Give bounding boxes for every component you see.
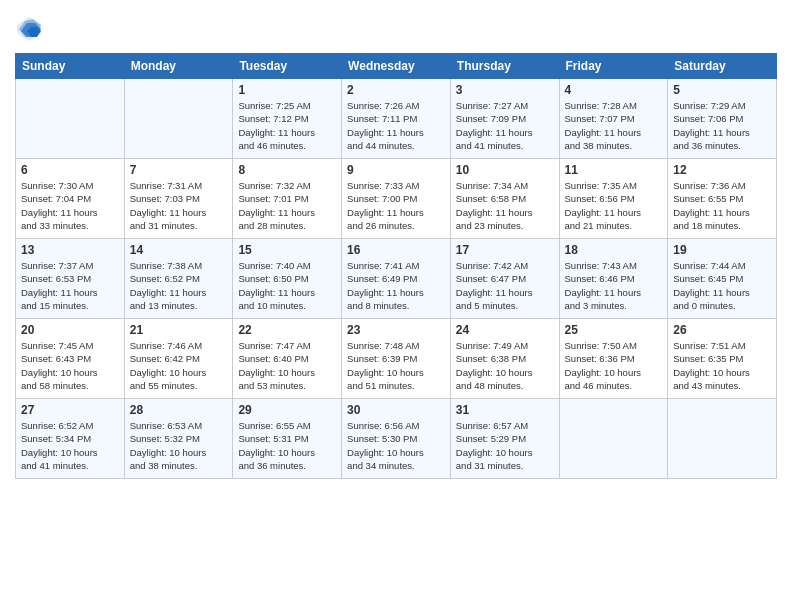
calendar-cell: 7Sunrise: 7:31 AM Sunset: 7:03 PM Daylig…	[124, 159, 233, 239]
day-info: Sunrise: 6:55 AM Sunset: 5:31 PM Dayligh…	[238, 419, 336, 472]
weekday-header-saturday: Saturday	[668, 54, 777, 79]
day-number: 23	[347, 323, 445, 337]
day-number: 14	[130, 243, 228, 257]
day-number: 18	[565, 243, 663, 257]
calendar-cell: 6Sunrise: 7:30 AM Sunset: 7:04 PM Daylig…	[16, 159, 125, 239]
calendar-cell: 5Sunrise: 7:29 AM Sunset: 7:06 PM Daylig…	[668, 79, 777, 159]
day-info: Sunrise: 7:46 AM Sunset: 6:42 PM Dayligh…	[130, 339, 228, 392]
calendar-cell	[668, 399, 777, 479]
day-info: Sunrise: 7:44 AM Sunset: 6:45 PM Dayligh…	[673, 259, 771, 312]
day-info: Sunrise: 7:47 AM Sunset: 6:40 PM Dayligh…	[238, 339, 336, 392]
weekday-header-sunday: Sunday	[16, 54, 125, 79]
day-number: 28	[130, 403, 228, 417]
calendar-cell	[16, 79, 125, 159]
calendar-week-4: 20Sunrise: 7:45 AM Sunset: 6:43 PM Dayli…	[16, 319, 777, 399]
day-number: 22	[238, 323, 336, 337]
day-info: Sunrise: 7:25 AM Sunset: 7:12 PM Dayligh…	[238, 99, 336, 152]
calendar-cell: 4Sunrise: 7:28 AM Sunset: 7:07 PM Daylig…	[559, 79, 668, 159]
day-number: 30	[347, 403, 445, 417]
calendar-week-1: 1Sunrise: 7:25 AM Sunset: 7:12 PM Daylig…	[16, 79, 777, 159]
day-number: 7	[130, 163, 228, 177]
calendar-cell: 16Sunrise: 7:41 AM Sunset: 6:49 PM Dayli…	[342, 239, 451, 319]
calendar-week-2: 6Sunrise: 7:30 AM Sunset: 7:04 PM Daylig…	[16, 159, 777, 239]
calendar-cell: 3Sunrise: 7:27 AM Sunset: 7:09 PM Daylig…	[450, 79, 559, 159]
day-info: Sunrise: 7:26 AM Sunset: 7:11 PM Dayligh…	[347, 99, 445, 152]
calendar-cell: 28Sunrise: 6:53 AM Sunset: 5:32 PM Dayli…	[124, 399, 233, 479]
day-info: Sunrise: 7:34 AM Sunset: 6:58 PM Dayligh…	[456, 179, 554, 232]
day-number: 12	[673, 163, 771, 177]
day-info: Sunrise: 7:29 AM Sunset: 7:06 PM Dayligh…	[673, 99, 771, 152]
day-info: Sunrise: 7:27 AM Sunset: 7:09 PM Dayligh…	[456, 99, 554, 152]
day-number: 26	[673, 323, 771, 337]
day-info: Sunrise: 7:37 AM Sunset: 6:53 PM Dayligh…	[21, 259, 119, 312]
calendar-cell	[559, 399, 668, 479]
day-info: Sunrise: 7:40 AM Sunset: 6:50 PM Dayligh…	[238, 259, 336, 312]
day-info: Sunrise: 6:53 AM Sunset: 5:32 PM Dayligh…	[130, 419, 228, 472]
day-number: 10	[456, 163, 554, 177]
logo-icon	[15, 15, 43, 43]
day-info: Sunrise: 7:43 AM Sunset: 6:46 PM Dayligh…	[565, 259, 663, 312]
weekday-header-friday: Friday	[559, 54, 668, 79]
day-number: 11	[565, 163, 663, 177]
day-number: 8	[238, 163, 336, 177]
day-info: Sunrise: 7:32 AM Sunset: 7:01 PM Dayligh…	[238, 179, 336, 232]
day-info: Sunrise: 7:49 AM Sunset: 6:38 PM Dayligh…	[456, 339, 554, 392]
calendar-cell: 14Sunrise: 7:38 AM Sunset: 6:52 PM Dayli…	[124, 239, 233, 319]
day-number: 13	[21, 243, 119, 257]
day-info: Sunrise: 7:51 AM Sunset: 6:35 PM Dayligh…	[673, 339, 771, 392]
day-number: 25	[565, 323, 663, 337]
calendar-cell: 29Sunrise: 6:55 AM Sunset: 5:31 PM Dayli…	[233, 399, 342, 479]
day-number: 19	[673, 243, 771, 257]
day-info: Sunrise: 7:41 AM Sunset: 6:49 PM Dayligh…	[347, 259, 445, 312]
calendar-cell: 25Sunrise: 7:50 AM Sunset: 6:36 PM Dayli…	[559, 319, 668, 399]
weekday-header-monday: Monday	[124, 54, 233, 79]
calendar-cell: 11Sunrise: 7:35 AM Sunset: 6:56 PM Dayli…	[559, 159, 668, 239]
day-number: 1	[238, 83, 336, 97]
day-number: 27	[21, 403, 119, 417]
day-info: Sunrise: 7:50 AM Sunset: 6:36 PM Dayligh…	[565, 339, 663, 392]
calendar-week-3: 13Sunrise: 7:37 AM Sunset: 6:53 PM Dayli…	[16, 239, 777, 319]
day-info: Sunrise: 7:45 AM Sunset: 6:43 PM Dayligh…	[21, 339, 119, 392]
day-number: 4	[565, 83, 663, 97]
day-number: 3	[456, 83, 554, 97]
calendar-cell: 24Sunrise: 7:49 AM Sunset: 6:38 PM Dayli…	[450, 319, 559, 399]
calendar-cell: 1Sunrise: 7:25 AM Sunset: 7:12 PM Daylig…	[233, 79, 342, 159]
calendar-cell: 13Sunrise: 7:37 AM Sunset: 6:53 PM Dayli…	[16, 239, 125, 319]
page-header	[15, 15, 777, 43]
day-number: 15	[238, 243, 336, 257]
calendar-cell: 30Sunrise: 6:56 AM Sunset: 5:30 PM Dayli…	[342, 399, 451, 479]
calendar-cell: 27Sunrise: 6:52 AM Sunset: 5:34 PM Dayli…	[16, 399, 125, 479]
day-number: 24	[456, 323, 554, 337]
weekday-header-wednesday: Wednesday	[342, 54, 451, 79]
day-info: Sunrise: 7:48 AM Sunset: 6:39 PM Dayligh…	[347, 339, 445, 392]
logo	[15, 15, 47, 43]
day-info: Sunrise: 7:31 AM Sunset: 7:03 PM Dayligh…	[130, 179, 228, 232]
day-number: 21	[130, 323, 228, 337]
day-number: 2	[347, 83, 445, 97]
calendar-cell: 31Sunrise: 6:57 AM Sunset: 5:29 PM Dayli…	[450, 399, 559, 479]
day-info: Sunrise: 6:56 AM Sunset: 5:30 PM Dayligh…	[347, 419, 445, 472]
day-info: Sunrise: 6:52 AM Sunset: 5:34 PM Dayligh…	[21, 419, 119, 472]
day-info: Sunrise: 7:30 AM Sunset: 7:04 PM Dayligh…	[21, 179, 119, 232]
weekday-header-thursday: Thursday	[450, 54, 559, 79]
day-number: 29	[238, 403, 336, 417]
day-number: 20	[21, 323, 119, 337]
day-info: Sunrise: 7:33 AM Sunset: 7:00 PM Dayligh…	[347, 179, 445, 232]
calendar-week-5: 27Sunrise: 6:52 AM Sunset: 5:34 PM Dayli…	[16, 399, 777, 479]
day-number: 31	[456, 403, 554, 417]
calendar-cell: 22Sunrise: 7:47 AM Sunset: 6:40 PM Dayli…	[233, 319, 342, 399]
calendar-cell: 19Sunrise: 7:44 AM Sunset: 6:45 PM Dayli…	[668, 239, 777, 319]
calendar-cell: 18Sunrise: 7:43 AM Sunset: 6:46 PM Dayli…	[559, 239, 668, 319]
day-info: Sunrise: 7:38 AM Sunset: 6:52 PM Dayligh…	[130, 259, 228, 312]
day-info: Sunrise: 7:28 AM Sunset: 7:07 PM Dayligh…	[565, 99, 663, 152]
calendar-cell: 15Sunrise: 7:40 AM Sunset: 6:50 PM Dayli…	[233, 239, 342, 319]
day-info: Sunrise: 7:36 AM Sunset: 6:55 PM Dayligh…	[673, 179, 771, 232]
day-info: Sunrise: 7:42 AM Sunset: 6:47 PM Dayligh…	[456, 259, 554, 312]
calendar-cell: 23Sunrise: 7:48 AM Sunset: 6:39 PM Dayli…	[342, 319, 451, 399]
day-info: Sunrise: 7:35 AM Sunset: 6:56 PM Dayligh…	[565, 179, 663, 232]
day-number: 6	[21, 163, 119, 177]
calendar-table: SundayMondayTuesdayWednesdayThursdayFrid…	[15, 53, 777, 479]
calendar-cell: 20Sunrise: 7:45 AM Sunset: 6:43 PM Dayli…	[16, 319, 125, 399]
calendar-cell: 17Sunrise: 7:42 AM Sunset: 6:47 PM Dayli…	[450, 239, 559, 319]
calendar-cell: 8Sunrise: 7:32 AM Sunset: 7:01 PM Daylig…	[233, 159, 342, 239]
